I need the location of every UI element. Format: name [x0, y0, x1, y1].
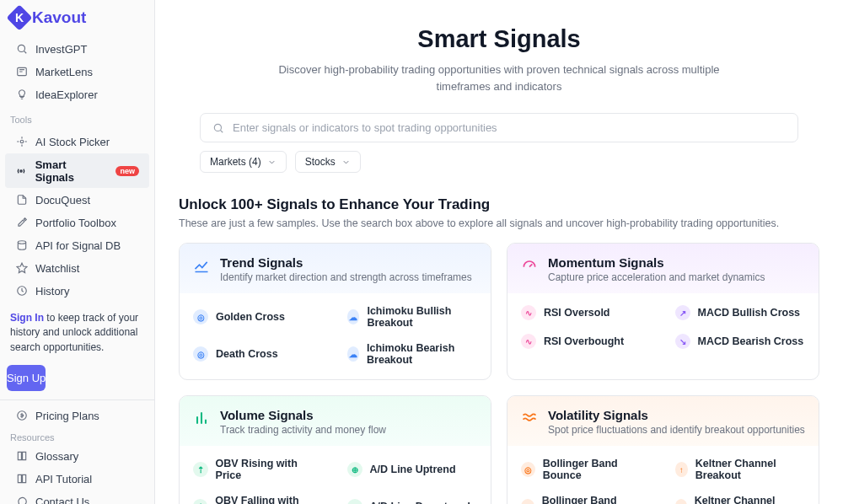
signal-obv-falling[interactable]: ⇣OBV Falling with Price — [181, 488, 336, 504]
tools-icon — [15, 217, 28, 229]
gauge-icon — [521, 257, 538, 274]
card-title: Momentum Signals — [548, 255, 765, 270]
sidebar: Kavout InvestGPT MarketLens IdeaExplorer… — [0, 0, 155, 504]
signin-link[interactable]: Sign In — [10, 312, 44, 324]
signal-macd-bearish[interactable]: ↘MACD Bearish Cross — [663, 327, 818, 356]
card-trend-signals: Trend Signals Identify market direction … — [179, 243, 491, 380]
svg-point-4 — [18, 241, 25, 244]
signal-label: Death Cross — [216, 348, 278, 360]
sidebar-item-glossary[interactable]: Glossary — [5, 445, 149, 467]
signal-ichimoku-bullish[interactable]: ☁Ichimoku Bullish Breakout — [336, 298, 490, 335]
signal-rsi-oversold[interactable]: ∿RSI Oversold — [509, 298, 663, 327]
card-momentum-signals: Momentum Signals Capture price accelerat… — [507, 243, 819, 380]
search-input[interactable] — [233, 121, 786, 134]
cloud-icon: ☁ — [347, 309, 360, 324]
chat-icon — [15, 496, 28, 504]
document-icon — [15, 194, 28, 206]
signal-label: Golden Cross — [216, 311, 285, 323]
signal-label: OBV Falling with Price — [215, 495, 323, 504]
signin-prompt: Sign In to keep track of your history an… — [0, 306, 154, 360]
signal-obv-rising[interactable]: ⇡OBV Rising with Price — [181, 451, 336, 488]
sidebar-item-portfolio-toolbox[interactable]: Portfolio Toolbox — [5, 212, 149, 233]
bars-up-icon: ⇡ — [193, 462, 208, 477]
sidebar-item-api-signal-db[interactable]: API for Signal DB — [5, 234, 149, 256]
sidebar-item-watchlist[interactable]: Watchlist — [5, 257, 149, 279]
card-title: Volume Signals — [220, 408, 386, 422]
nav-label: InvestGPT — [35, 43, 87, 56]
signal-ichimoku-bearish[interactable]: ☁Ichimoku Bearish Breakout — [336, 335, 490, 373]
logo-icon — [6, 4, 32, 30]
nav-label: AI Stock Picker — [35, 136, 110, 148]
signal-bollinger-bounce[interactable]: ◎Bollinger Band Bounce — [509, 451, 663, 488]
filter-stocks[interactable]: Stocks — [295, 151, 361, 173]
nav: InvestGPT MarketLens IdeaExplorer Tools … — [0, 34, 154, 504]
wave-icon: ∿ — [521, 305, 536, 320]
nav-label: Glossary — [35, 450, 78, 463]
card-title: Volatility Signals — [548, 408, 805, 422]
sidebar-item-marketlens[interactable]: MarketLens — [5, 61, 149, 83]
target-icon: ◎ — [193, 309, 208, 324]
crosshair-icon — [15, 136, 28, 148]
newspaper-icon — [15, 66, 28, 78]
signal-keltner-breakout[interactable]: ↑Keltner Channel Breakout — [663, 451, 818, 488]
chevron-down-icon — [267, 158, 277, 167]
bars-down-icon: ⇣ — [193, 499, 207, 504]
nav-label: DocuQuest — [35, 194, 90, 206]
circle-down-icon: ⊖ — [347, 499, 362, 504]
waves-icon — [521, 410, 538, 426]
sidebar-item-ai-stock-picker[interactable]: AI Stock Picker — [5, 131, 149, 153]
database-icon — [15, 239, 28, 252]
brand-name: Kavout — [32, 8, 86, 27]
sidebar-item-ideaexplorer[interactable]: IdeaExplorer — [5, 83, 149, 105]
card-volume-signals: Volume Signals Track trading activity an… — [179, 395, 491, 504]
sidebar-item-history[interactable]: History — [5, 280, 149, 302]
signal-bollinger-rejection[interactable]: ◎Bollinger Band Rejection — [509, 488, 663, 504]
sidebar-item-smart-signals[interactable]: Smart Signals new — [5, 153, 149, 188]
search-icon — [15, 43, 28, 56]
signal-keltner-breakdown[interactable]: ↓Keltner Channel Breakdown — [663, 488, 818, 504]
filter-label: Stocks — [305, 156, 336, 168]
main-content: Smart Signals Discover high-probability … — [155, 0, 843, 504]
sidebar-item-docuquest[interactable]: DocuQuest — [5, 189, 149, 211]
signal-label: Bollinger Band Bounce — [543, 458, 652, 481]
arrow-down-icon: ↘ — [675, 334, 690, 349]
svg-point-8 — [214, 124, 221, 131]
circle-up-icon: ⊕ — [347, 462, 362, 477]
card-subtitle: Capture price acceleration and market dy… — [548, 271, 765, 283]
svg-point-3 — [20, 169, 22, 171]
signal-death-cross[interactable]: ◎Death Cross — [181, 335, 336, 373]
signup-button[interactable]: Sign Up — [7, 365, 46, 391]
signal-label: RSI Overbought — [544, 335, 624, 347]
signal-golden-cross[interactable]: ◎Golden Cross — [181, 298, 336, 335]
signal-label: Ichimoku Bullish Breakout — [367, 305, 477, 329]
nav-label: Portfolio Toolbox — [35, 217, 116, 229]
search-box[interactable] — [200, 113, 798, 142]
arrow-down-icon: ↓ — [675, 499, 687, 504]
filter-markets[interactable]: Markets (4) — [200, 151, 287, 173]
nav-label: API Tutorial — [35, 473, 92, 485]
signal-macd-bullish[interactable]: ↗MACD Bullish Cross — [663, 298, 818, 327]
sidebar-item-contact[interactable]: Contact Us — [5, 491, 149, 504]
chevron-down-icon — [341, 158, 351, 167]
signal-label: OBV Rising with Price — [216, 458, 324, 481]
nav-label: Watchlist — [35, 262, 79, 275]
nav-label: History — [35, 285, 69, 298]
cloud-icon: ☁ — [347, 346, 360, 362]
sidebar-item-investgpt[interactable]: InvestGPT — [5, 38, 149, 60]
brand-logo[interactable]: Kavout — [0, 0, 154, 34]
sidebar-item-pricing[interactable]: Pricing Plans — [5, 405, 149, 426]
card-subtitle: Identify market direction and strength a… — [220, 271, 472, 283]
signal-label: Keltner Channel Breakdown — [695, 495, 805, 504]
svg-point-0 — [18, 45, 24, 51]
card-subtitle: Spot price fluctuations and identify bre… — [548, 424, 805, 436]
signal-ad-uptrend[interactable]: ⊕A/D Line Uptrend — [336, 451, 490, 488]
filter-label: Markets (4) — [210, 156, 261, 168]
sidebar-item-api-tutorial[interactable]: API Tutorial — [5, 468, 149, 490]
signal-icon — [15, 164, 28, 177]
nav-label: MarketLens — [35, 66, 93, 78]
signal-rsi-overbought[interactable]: ∿RSI Overbought — [509, 327, 663, 356]
book-icon — [15, 473, 28, 485]
signal-ad-downtrend[interactable]: ⊖A/D Line Downtrend — [336, 488, 490, 504]
target-icon: ◎ — [521, 462, 535, 477]
signal-label: A/D Line Downtrend — [370, 501, 470, 504]
